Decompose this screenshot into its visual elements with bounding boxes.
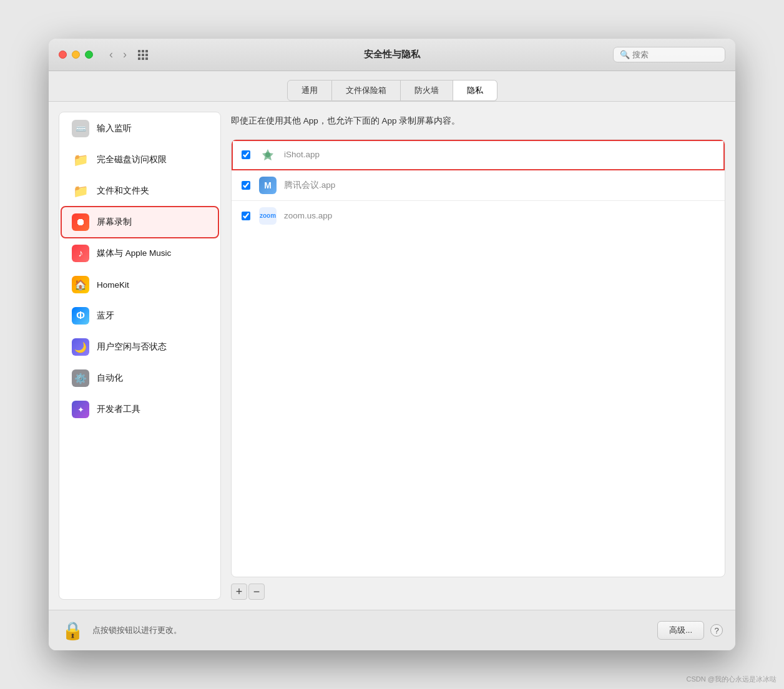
search-input[interactable]	[632, 50, 718, 59]
sidebar-item-automation[interactable]: ⚙️ 自动化	[62, 363, 218, 393]
sidebar-label-homekit: HomeKit	[97, 280, 129, 290]
zoom-icon: zoom	[259, 207, 277, 225]
bluetooth-icon: Ф	[72, 307, 89, 325]
search-box[interactable]: 🔍	[613, 47, 725, 62]
description-text: 即使正在使用其他 App，也允许下面的 App 录制屏幕内容。	[231, 112, 725, 130]
devtools-icon: ✦	[72, 401, 89, 418]
sidebar-item-focus[interactable]: 🌙 用户空闲与否状态	[62, 332, 218, 362]
back-button[interactable]: ‹	[105, 47, 117, 62]
tab-filevault[interactable]: 文件保险箱	[332, 80, 401, 101]
grid-icon[interactable]	[138, 50, 148, 60]
lock-icon[interactable]: 🔒	[61, 619, 84, 642]
music-icon: ♪	[72, 245, 89, 262]
sidebar-label-automation: 自动化	[97, 373, 123, 384]
automation-icon: ⚙️	[72, 369, 89, 387]
ishot-checkbox[interactable]	[242, 150, 250, 159]
add-button[interactable]: +	[231, 584, 247, 600]
folder-icon-files: 📁	[72, 182, 89, 200]
sidebar-label-bluetooth: 蓝牙	[97, 310, 114, 321]
sidebar-item-files-folders[interactable]: 📁 文件和文件夹	[62, 176, 218, 206]
advanced-button[interactable]: 高级...	[657, 621, 704, 640]
main-window: ‹ › 安全性与隐私 🔍 通用 文件保险箱 防火墙 隐私 ⌨️ 输入监听	[49, 39, 735, 650]
homekit-icon: 🏠	[72, 276, 89, 293]
folder-icon-full-disk: 📁	[72, 151, 89, 169]
tab-privacy[interactable]: 隐私	[453, 80, 497, 101]
search-icon: 🔍	[620, 50, 630, 59]
ishot-icon	[259, 146, 277, 164]
sidebar-label-media-music: 媒体与 Apple Music	[97, 248, 171, 259]
sidebar-item-full-disk[interactable]: 📁 完全磁盘访问权限	[62, 145, 218, 175]
list-actions: + −	[231, 584, 725, 600]
sidebar-item-screen-recording[interactable]: ⏺ 屏幕录制	[62, 207, 218, 237]
sidebar-item-bluetooth[interactable]: Ф 蓝牙	[62, 301, 218, 331]
window-title: 安全性与隐私	[364, 49, 420, 61]
app-item-tencent: M 腾讯会议.app	[232, 170, 725, 201]
sidebar-item-input-monitoring[interactable]: ⌨️ 输入监听	[62, 114, 218, 144]
tab-firewall[interactable]: 防火墙	[401, 80, 453, 101]
help-button[interactable]: ?	[710, 624, 723, 637]
sidebar-item-devtools[interactable]: ✦ 开发者工具	[62, 394, 218, 424]
forward-button[interactable]: ›	[119, 47, 130, 62]
traffic-lights	[59, 51, 93, 59]
footer-lock-text: 点按锁按钮以进行更改。	[92, 625, 182, 636]
ishot-app-name: iShot.app	[284, 150, 320, 159]
svg-point-1	[265, 152, 270, 157]
sidebar-label-input-monitoring: 输入监听	[97, 123, 132, 134]
zoom-checkbox[interactable]	[242, 212, 250, 220]
close-button[interactable]	[59, 51, 67, 59]
content-area: ⌨️ 输入监听 📁 完全磁盘访问权限 📁 文件和文件夹 ⏺ 屏幕录制 ♪ 媒体与…	[49, 102, 735, 610]
tencent-checkbox[interactable]	[242, 181, 250, 190]
app-item-zoom: zoom zoom.us.app	[232, 201, 725, 231]
sidebar-item-media-music[interactable]: ♪ 媒体与 Apple Music	[62, 238, 218, 268]
footer-actions: 高级... ?	[657, 621, 723, 640]
minimize-button[interactable]	[72, 51, 80, 59]
maximize-button[interactable]	[85, 51, 93, 59]
app-item-ishot: iShot.app	[232, 140, 725, 170]
titlebar: ‹ › 安全性与隐私 🔍	[49, 39, 735, 71]
footer: 🔒 点按锁按钮以进行更改。 高级... ?	[49, 610, 735, 650]
app-list: iShot.app M 腾讯会议.app zoom zoom.us.ap	[231, 139, 725, 577]
sidebar-label-full-disk: 完全磁盘访问权限	[97, 154, 167, 165]
main-panel: 即使正在使用其他 App，也允许下面的 App 录制屏幕内容。 iShot.ap…	[231, 112, 725, 600]
sidebar: ⌨️ 输入监听 📁 完全磁盘访问权限 📁 文件和文件夹 ⏺ 屏幕录制 ♪ 媒体与…	[59, 112, 221, 600]
sidebar-item-homekit[interactable]: 🏠 HomeKit	[62, 270, 218, 300]
sidebar-label-focus: 用户空闲与否状态	[97, 341, 167, 353]
tencent-app-name: 腾讯会议.app	[284, 180, 335, 191]
sidebar-label-devtools: 开发者工具	[97, 404, 140, 415]
nav-buttons: ‹ ›	[105, 47, 130, 62]
tabbar: 通用 文件保险箱 防火墙 隐私	[49, 71, 735, 102]
keyboard-icon: ⌨️	[72, 120, 89, 137]
tencent-icon: M	[259, 177, 277, 194]
tab-general[interactable]: 通用	[287, 80, 332, 101]
remove-button[interactable]: −	[248, 584, 265, 600]
focus-icon: 🌙	[72, 338, 89, 356]
sidebar-label-screen-recording: 屏幕录制	[97, 217, 132, 228]
zoom-app-name: zoom.us.app	[284, 211, 332, 220]
sidebar-label-files-folders: 文件和文件夹	[97, 185, 149, 197]
screenrecord-icon: ⏺	[72, 213, 89, 231]
